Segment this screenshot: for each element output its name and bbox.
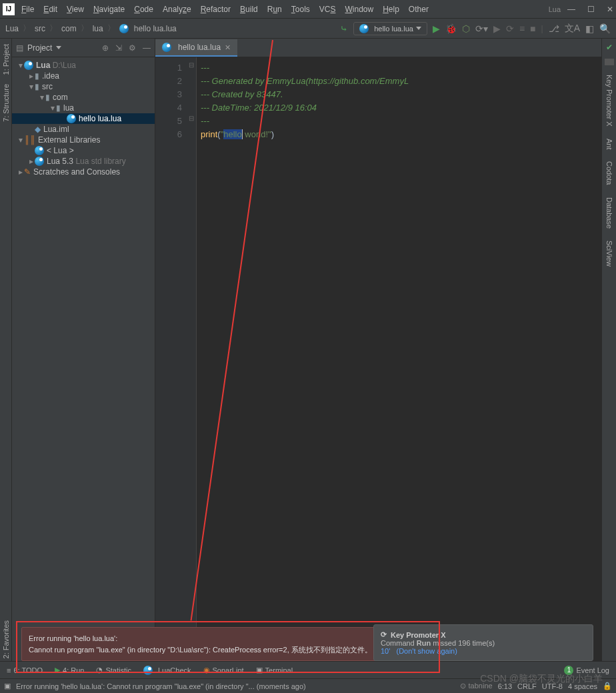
tree-lua53[interactable]: ▸Lua 5.3 Lua std library [12, 156, 155, 167]
trace-icon[interactable]: ≡ [519, 23, 525, 34]
translate-icon[interactable]: 文A [565, 23, 580, 35]
tree-root[interactable]: ▾Lua D:\Lua [12, 60, 155, 71]
status-icon[interactable]: ▣ [4, 682, 11, 690]
code-area[interactable]: --- --- Generated by EmmyLua(https://git… [197, 57, 601, 661]
sidetab-keypromoter[interactable]: Key Promoter X [605, 72, 613, 129]
menu-code[interactable]: Code [134, 5, 153, 14]
expand-icon[interactable]: ⇲ [115, 43, 122, 53]
menu-file[interactable]: File [21, 5, 34, 14]
key-promoter-popup[interactable]: ⟳Key Promoter X Command Run missed 196 t… [373, 624, 593, 661]
file-tab[interactable]: hello lua.lua ✕ [155, 39, 237, 57]
sidetab-structure[interactable]: 7: Structure [2, 81, 10, 125]
menu-refactor[interactable]: Refactor [201, 5, 231, 14]
breadcrumb[interactable]: src [35, 24, 45, 33]
reload-icon[interactable]: ⟳ [506, 23, 514, 34]
tree-lua-lib[interactable]: < Lua > [12, 145, 155, 156]
tab-label: hello lua.lua [178, 43, 221, 52]
fold-end-icon[interactable]: ⊟ [189, 115, 194, 122]
dont-show-link[interactable]: (Don't show again) [397, 647, 457, 655]
menu-navigate[interactable]: Navigate [93, 5, 125, 14]
run-config-selector[interactable]: hello lua.lua [353, 22, 427, 35]
error-popup[interactable]: Error running 'hello lua.lua': Cannot ru… [21, 627, 435, 661]
sidetab-favorites[interactable]: 2: Favorites [2, 618, 10, 661]
build-icon[interactable]: ⤷ [340, 23, 348, 34]
breadcrumb[interactable]: com [61, 24, 77, 33]
shortcut-link[interactable]: 10' [381, 647, 390, 655]
tab-luacheck[interactable]: LuaCheck [143, 666, 191, 675]
tree-folder-idea[interactable]: ▸▮.idea [12, 71, 155, 81]
minimize-button[interactable]: — [567, 5, 575, 14]
menu-run[interactable]: Run [267, 5, 282, 14]
lua-icon [24, 61, 33, 70]
hide-icon[interactable]: — [143, 43, 151, 53]
error-line2: Cannot run program "lua.exe" (in directo… [29, 644, 427, 656]
tab-todo[interactable]: ≡6: TODO [7, 666, 43, 674]
sidetab-codota[interactable]: Codota [605, 159, 613, 187]
menu-tools[interactable]: Tools [291, 5, 310, 14]
refresh-icon: ⟳ [381, 630, 387, 639]
error-line1: Error running 'hello lua.lua': [29, 633, 427, 644]
chevron-down-icon[interactable] [56, 46, 61, 49]
navigation-bar: Lua〉 src〉 com〉 lua〉 hello lua.lua ⤷ hell… [0, 19, 616, 39]
breadcrumb[interactable]: hello lua.lua [134, 24, 177, 33]
menu-edit[interactable]: Edit [43, 5, 57, 14]
tab-run[interactable]: ▶4: Run [55, 666, 84, 674]
right-tool-strip: ✔ Key Promoter X Ant Codota Database Sci… [601, 39, 616, 661]
left-tool-strip: 1: Project 7: Structure 2: Favorites [0, 39, 12, 661]
run-icon[interactable]: ▶ [433, 23, 440, 34]
fold-start-icon[interactable]: ⊟ [189, 61, 194, 69]
tree-folder-lua[interactable]: ▾▮lua [12, 103, 155, 113]
tab-statistic[interactable]: ◔Statistic [96, 666, 131, 674]
git-icon[interactable]: ⎇ [549, 23, 559, 34]
sidetab-sciview[interactable]: SciView [605, 238, 613, 269]
tree-folder-src[interactable]: ▾▮src [12, 81, 155, 92]
menu-window[interactable]: Window [345, 5, 373, 14]
coverage-icon[interactable]: ⬡ [462, 23, 470, 34]
breadcrumb[interactable]: Lua [5, 24, 19, 33]
chevron-down-icon [416, 27, 421, 30]
menu-other[interactable]: Other [409, 5, 429, 14]
menu-analyze[interactable]: Analyze [163, 5, 191, 14]
tab-terminal[interactable]: ▣Terminal [256, 666, 293, 674]
editor-tabs: hello lua.lua ✕ [155, 39, 601, 57]
lua-icon [162, 43, 171, 52]
attach-icon[interactable]: ▶ [493, 23, 501, 34]
gear-icon[interactable]: ⚙ [129, 43, 136, 53]
fold-column[interactable]: ⊟ ⊟ [187, 57, 197, 661]
tree-ext-libs[interactable]: ▾║║External Libraries [12, 135, 155, 145]
tree-file-iml[interactable]: ◆Lua.iml [12, 124, 155, 135]
search-icon[interactable]: 🔍 [599, 23, 611, 34]
project-view-icon[interactable]: ▤ [16, 43, 23, 53]
locate-icon[interactable]: ⊕ [102, 43, 109, 53]
tree-scratches[interactable]: ▸✎Scratches and Consoles [12, 167, 155, 177]
lua-icon [67, 114, 76, 123]
menu-help[interactable]: Help [383, 5, 399, 14]
lua-icon [119, 24, 129, 33]
project-tree[interactable]: ▾Lua D:\Lua ▸▮.idea ▾▮src ▾▮com ▾▮lua he… [12, 57, 155, 180]
stop-icon[interactable]: ■ [530, 23, 535, 34]
maximize-button[interactable]: ☐ [587, 5, 595, 14]
breadcrumb[interactable]: lua [93, 24, 103, 33]
lua-icon [35, 146, 44, 155]
debug-icon[interactable]: 🐞 [445, 23, 457, 34]
tab-sonarlint[interactable]: ◉SonarLint [203, 666, 244, 674]
lua-icon [35, 157, 44, 166]
close-tab-icon[interactable]: ✕ [225, 43, 231, 52]
sidetab-ant[interactable]: Ant [605, 136, 613, 153]
lock-icon[interactable]: 🔒 [603, 682, 612, 690]
layout-icon[interactable]: ◧ [585, 23, 594, 34]
sidetab-project[interactable]: 1: Project [2, 41, 10, 77]
menu-vcs[interactable]: VCS [319, 5, 336, 14]
close-button[interactable]: ✕ [607, 5, 613, 14]
check-icon[interactable]: ✔ [606, 43, 613, 52]
tree-file-hello[interactable]: hello lua.lua [12, 113, 155, 124]
menu-build[interactable]: Build [240, 5, 258, 14]
lua-icon [143, 666, 153, 675]
tree-folder-com[interactable]: ▾▮com [12, 92, 155, 103]
editor-area: hello lua.lua ✕ 123 456 ⊟ ⊟ --- --- Gene… [155, 39, 601, 661]
editor-body[interactable]: 123 456 ⊟ ⊟ --- --- Generated by EmmyLua… [155, 57, 601, 661]
sidetab-database[interactable]: Database [605, 195, 613, 231]
menu-view[interactable]: View [67, 5, 84, 14]
profile-icon[interactable]: ⟳▾ [475, 23, 488, 34]
panel-title[interactable]: Project [27, 43, 52, 53]
